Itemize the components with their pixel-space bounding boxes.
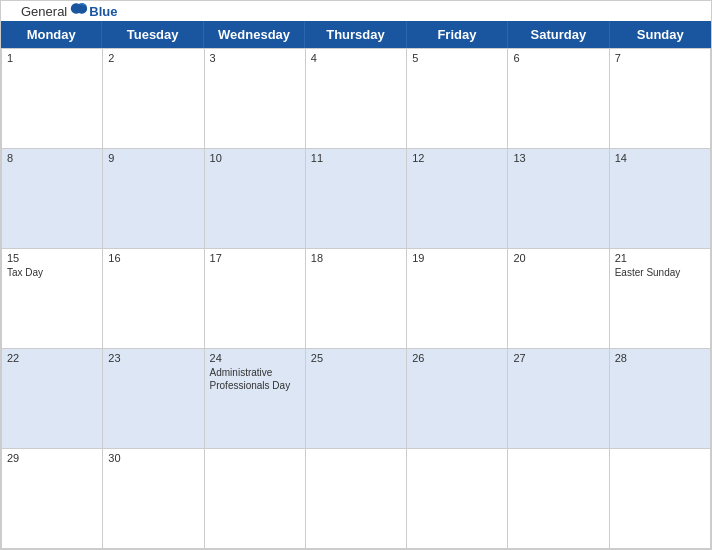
cell-day-number: 28 (615, 352, 705, 364)
cell-day-number: 12 (412, 152, 502, 164)
header-tuesday: Tuesday (102, 21, 203, 48)
calendar-cell: 26 (407, 349, 508, 449)
calendar-cell: 12 (407, 149, 508, 249)
calendar-cell: 7 (610, 49, 711, 149)
cell-day-number: 19 (412, 252, 502, 264)
cell-day-number: 13 (513, 152, 603, 164)
cell-day-number: 21 (615, 252, 705, 264)
calendar-cell: 8 (2, 149, 103, 249)
cell-day-number: 27 (513, 352, 603, 364)
cell-day-number: 3 (210, 52, 300, 64)
cell-day-number: 16 (108, 252, 198, 264)
calendar: General Blue Monday Tuesday Wednesday Th… (0, 0, 712, 550)
calendar-cell: 16 (103, 249, 204, 349)
logo-general: General (21, 4, 67, 19)
calendar-cell: 2 (103, 49, 204, 149)
calendar-cell: 15Tax Day (2, 249, 103, 349)
logo-bird-icon (69, 2, 89, 20)
cell-day-number: 6 (513, 52, 603, 64)
calendar-cell: 13 (508, 149, 609, 249)
header-wednesday: Wednesday (204, 21, 305, 48)
cell-day-number: 24 (210, 352, 300, 364)
cell-day-number: 29 (7, 452, 97, 464)
calendar-cell: 21Easter Sunday (610, 249, 711, 349)
calendar-cell: 14 (610, 149, 711, 249)
day-headers-row: Monday Tuesday Wednesday Thursday Friday… (1, 21, 711, 48)
cell-day-number: 9 (108, 152, 198, 164)
calendar-cell (205, 449, 306, 549)
cell-day-number: 4 (311, 52, 401, 64)
cell-day-number: 7 (615, 52, 705, 64)
calendar-cell (306, 449, 407, 549)
cell-day-number: 20 (513, 252, 603, 264)
calendar-grid: 123456789101112131415Tax Day161718192021… (1, 48, 711, 549)
cell-day-number: 2 (108, 52, 198, 64)
cell-day-number: 23 (108, 352, 198, 364)
calendar-cell: 28 (610, 349, 711, 449)
cell-day-number: 11 (311, 152, 401, 164)
cell-day-number: 10 (210, 152, 300, 164)
calendar-cell (407, 449, 508, 549)
cell-event: Tax Day (7, 266, 97, 279)
calendar-cell: 27 (508, 349, 609, 449)
calendar-cell: 1 (2, 49, 103, 149)
calendar-cell (508, 449, 609, 549)
cell-day-number: 8 (7, 152, 97, 164)
calendar-cell: 18 (306, 249, 407, 349)
calendar-cell: 17 (205, 249, 306, 349)
cell-day-number: 22 (7, 352, 97, 364)
calendar-cell: 20 (508, 249, 609, 349)
header-monday: Monday (1, 21, 102, 48)
logo-blue: Blue (89, 4, 117, 19)
cell-day-number: 1 (7, 52, 97, 64)
cell-day-number: 18 (311, 252, 401, 264)
calendar-cell: 11 (306, 149, 407, 249)
calendar-cell (610, 449, 711, 549)
cell-day-number: 17 (210, 252, 300, 264)
calendar-cell: 29 (2, 449, 103, 549)
cell-day-number: 14 (615, 152, 705, 164)
calendar-cell: 9 (103, 149, 204, 249)
cell-event: Administrative Professionals Day (210, 366, 300, 392)
cell-day-number: 30 (108, 452, 198, 464)
cell-day-number: 15 (7, 252, 97, 264)
calendar-cell: 3 (205, 49, 306, 149)
calendar-cell: 25 (306, 349, 407, 449)
calendar-cell: 4 (306, 49, 407, 149)
calendar-cell: 23 (103, 349, 204, 449)
header-sunday: Sunday (610, 21, 711, 48)
calendar-cell: 19 (407, 249, 508, 349)
header-friday: Friday (407, 21, 508, 48)
cell-day-number: 25 (311, 352, 401, 364)
cell-event: Easter Sunday (615, 266, 705, 279)
calendar-cell: 6 (508, 49, 609, 149)
calendar-cell: 22 (2, 349, 103, 449)
header-thursday: Thursday (305, 21, 406, 48)
calendar-header: General Blue (1, 1, 711, 21)
cell-day-number: 5 (412, 52, 502, 64)
logo: General Blue (21, 2, 117, 20)
calendar-cell: 30 (103, 449, 204, 549)
calendar-cell: 24Administrative Professionals Day (205, 349, 306, 449)
calendar-cell: 10 (205, 149, 306, 249)
calendar-cell: 5 (407, 49, 508, 149)
cell-day-number: 26 (412, 352, 502, 364)
header-saturday: Saturday (508, 21, 609, 48)
